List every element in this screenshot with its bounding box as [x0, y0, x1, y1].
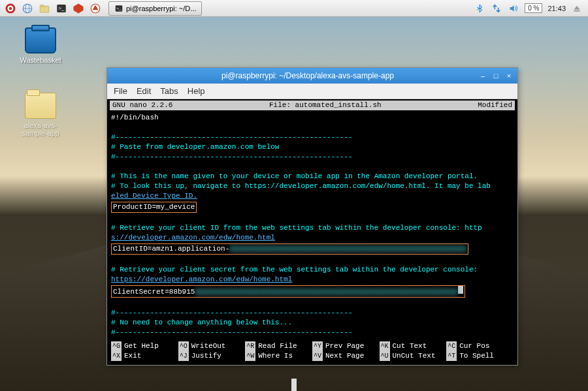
top-panel: >_ >_ pi@raspberrypi: ~/D... 0 % 21:43 [0, 0, 588, 17]
nano-label: Get Help [124, 341, 159, 351]
editor-line: # Paste from developer.amazon.com below [111, 142, 514, 152]
nano-label: Prev Page [325, 341, 364, 351]
nano-status: Modified [478, 101, 512, 110]
nano-footer: ^GGet Help^OWriteOut^RRead File^YPrev Pa… [110, 340, 515, 362]
svg-text:>_: >_ [59, 5, 65, 11]
svg-point-2 [9, 7, 12, 10]
editor-line: #---------------------------------------… [111, 328, 514, 337]
redacted-text: xxxxxxxxxxxxxxxxxxxxxxxxxxxxxxxxxxxxxxxx… [229, 244, 466, 254]
close-button[interactable]: × [504, 71, 514, 80]
editor-line: # This is the name given to your device … [111, 172, 514, 181]
redacted-text: xxxxxxxxxxxxxxxxxxxxxxxxxxxxxxxxxxxxxxxx… [195, 287, 458, 297]
svg-marker-10 [74, 3, 84, 13]
mathematica-icon[interactable] [72, 2, 85, 15]
nano-header: GNU nano 2.2.6 File: automated_install.s… [110, 101, 515, 110]
nano-label: UnCut Text [393, 351, 436, 361]
minimize-button[interactable]: – [478, 71, 487, 80]
editor-line: https://developer.amazon.com/edw/home.ht… [111, 275, 514, 285]
nano-version: GNU nano 2.2.6 [112, 101, 172, 110]
editor-line: eled Device Type ID. [111, 191, 514, 201]
nano-key: ^J [178, 351, 189, 361]
window-titlebar[interactable]: pi@raspberrypi: ~/Desktop/alexa-avs-samp… [107, 68, 517, 84]
nano-command: ^CCur Pos [446, 341, 514, 351]
nano-label: Where Is [258, 351, 293, 361]
terminal-area[interactable]: GNU nano 2.2.6 File: automated_install.s… [107, 99, 517, 365]
desktop-icon-trash[interactable]: Wastebasket [14, 27, 67, 64]
svg-rect-7 [40, 5, 44, 6]
editor-line: # Retrieve your client ID from the web s… [111, 223, 514, 233]
highlight-client-id: ClientID=amzn1.application- [113, 245, 229, 253]
editor-body[interactable]: #!/bin/bash #---------------------------… [110, 110, 515, 340]
nano-command: ^TTo Spell [446, 351, 514, 361]
highlight-client-secret: ClientSecret=88b915 [113, 288, 195, 296]
nano-key: ^Y [312, 341, 323, 351]
nano-file: File: automated_install.sh [172, 101, 478, 110]
terminal-icon[interactable]: >_ [55, 2, 68, 15]
nano-command: ^JJustify [178, 351, 246, 361]
nano-command: ^XExit [111, 351, 178, 361]
editor-line: #!/bin/bash [111, 113, 514, 123]
nano-command: ^KCut Text [380, 341, 447, 351]
menu-tabs[interactable]: Tabs [160, 86, 178, 96]
nano-key: ^C [446, 341, 457, 351]
bluetooth-icon[interactable] [474, 3, 485, 14]
editor-line: #---------------------------------------… [111, 308, 514, 318]
window-title: pi@raspberrypi: ~/Desktop/alexa-avs-samp… [137, 71, 478, 80]
nano-key: ^U [380, 351, 390, 361]
nano-label: Next Page [325, 351, 364, 361]
svg-rect-16 [574, 10, 580, 11]
nano-label: Exit [124, 351, 141, 361]
nano-command: ^UUnCut Text [380, 351, 447, 361]
menu-help[interactable]: Help [188, 86, 205, 96]
nano-key: ^T [446, 351, 457, 361]
trash-icon [25, 27, 56, 54]
taskbar-item-terminal[interactable]: >_ pi@raspberrypi: ~/D... [108, 1, 202, 16]
nano-label: Cur Pos [459, 341, 489, 351]
text-cursor [458, 286, 463, 294]
nano-key: ^W [245, 351, 255, 361]
file-manager-icon[interactable] [38, 2, 51, 15]
desktop-icon-label: alexa-avs-sample-app [14, 121, 67, 137]
nano-label: Justify [191, 351, 221, 361]
editor-line: # Retrieve your client secret from the w… [111, 265, 514, 275]
desktop-icon-label: Wastebasket [14, 56, 67, 64]
editor-line: # To look this up, navigate to https://d… [111, 182, 491, 190]
nano-key: ^K [380, 341, 390, 351]
wolfram-icon[interactable] [89, 2, 102, 15]
nano-command: ^OWriteOut [178, 341, 246, 351]
volume-icon[interactable] [508, 3, 519, 14]
nano-key: ^X [111, 351, 122, 361]
clock[interactable]: 21:43 [547, 5, 566, 12]
editor-line: #---------------------------------------… [111, 133, 514, 142]
cpu-usage[interactable]: 0 % [525, 3, 542, 13]
nano-label: WriteOut [191, 341, 226, 351]
menu-icon[interactable] [4, 2, 17, 15]
folder-icon [25, 93, 56, 119]
svg-marker-15 [574, 5, 580, 9]
nano-label: Read File [258, 341, 297, 351]
menu-file[interactable]: File [114, 86, 127, 96]
nano-command: ^VNext Page [312, 351, 380, 361]
desktop-icon-folder[interactable]: alexa-avs-sample-app [14, 93, 67, 137]
nano-command: ^RRead File [245, 341, 312, 351]
nano-key: ^V [312, 351, 323, 361]
nano-command: ^WWhere Is [245, 351, 312, 361]
nano-key: ^O [178, 341, 189, 351]
maximize-button[interactable]: □ [491, 71, 500, 80]
web-browser-icon[interactable] [21, 2, 34, 15]
eject-icon[interactable] [571, 3, 583, 14]
nano-key: ^G [111, 341, 122, 351]
nano-label: To Spell [459, 351, 494, 361]
highlight-product-id: ProductID=my_device [111, 202, 197, 213]
editor-line: #---------------------------------------… [111, 152, 514, 162]
svg-text:>_: >_ [117, 6, 122, 10]
nano-key: ^R [245, 341, 255, 351]
terminal-window: pi@raspberrypi: ~/Desktop/alexa-avs-samp… [106, 67, 518, 366]
network-icon[interactable] [491, 3, 502, 14]
menu-edit[interactable]: Edit [137, 86, 151, 96]
taskbar-item-label: pi@raspberrypi: ~/D... [126, 5, 196, 12]
nano-label: Cut Text [393, 341, 427, 351]
menubar: File Edit Tabs Help [107, 84, 517, 99]
nano-command: ^GGet Help [111, 341, 178, 351]
editor-line: s://developer.amazon.com/edw/home.html [111, 233, 514, 243]
